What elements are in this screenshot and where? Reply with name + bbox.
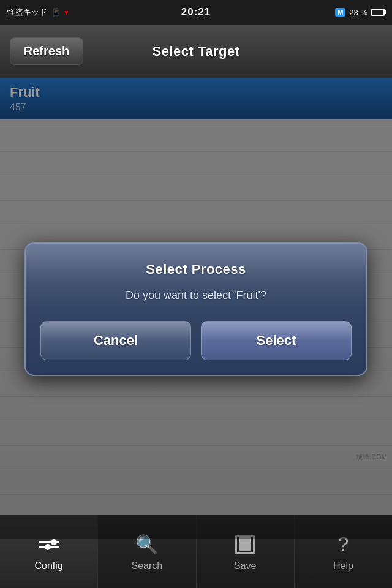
- network-badge: M: [335, 8, 345, 17]
- tab-help-label: Help: [333, 560, 353, 571]
- nav-title: Select Target: [152, 43, 239, 59]
- select-button[interactable]: Select: [201, 321, 352, 360]
- status-bar: 怪盗キッド 📱 ♥ 20:21 M 23 %: [0, 0, 392, 24]
- device-icon: 📱: [51, 8, 61, 17]
- modal-dialog: Select Process Do you want to select 'Fr…: [24, 242, 368, 376]
- main-content: Fruit 457 Select Process Do you want to …: [0, 78, 392, 539]
- modal-message: Do you want to select 'Fruit'?: [40, 287, 352, 304]
- modal-overlay: Select Process Do you want to select 'Fr…: [0, 78, 392, 539]
- modal-buttons: Cancel Select: [40, 321, 352, 360]
- cancel-button[interactable]: Cancel: [40, 321, 191, 360]
- tab-config-label: Config: [35, 560, 63, 571]
- status-time: 20:21: [181, 6, 211, 18]
- modal-title: Select Process: [40, 262, 352, 277]
- battery-icon: [371, 9, 385, 16]
- refresh-button[interactable]: Refresh: [10, 37, 83, 65]
- battery-percent: 23 %: [349, 8, 368, 17]
- tab-save-label: Save: [234, 560, 256, 571]
- status-right: M 23 %: [335, 8, 385, 17]
- status-left: 怪盗キッド 📱 ♥: [7, 7, 69, 18]
- tab-search-label: Search: [132, 560, 163, 571]
- heart-icon: ♥: [64, 9, 69, 16]
- app-name-label: 怪盗キッド: [7, 7, 47, 18]
- nav-bar: Refresh Select Target: [0, 24, 392, 78]
